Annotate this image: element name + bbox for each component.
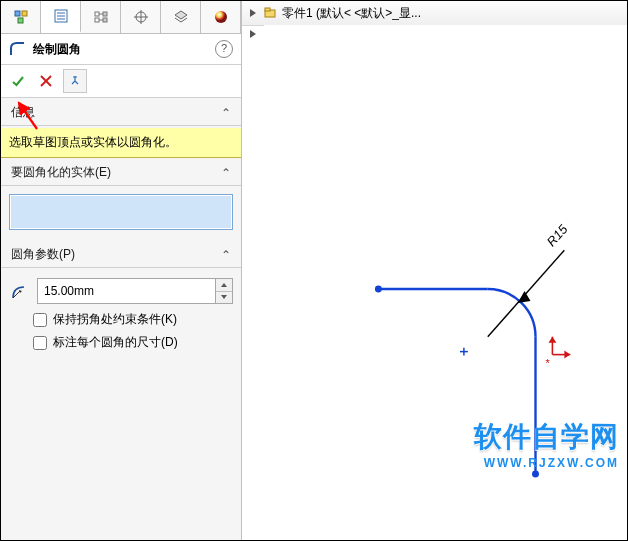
assembly-icon bbox=[13, 9, 29, 25]
sketch-canvas: R15 * bbox=[264, 25, 627, 540]
chevron-up-icon: ⌃ bbox=[221, 248, 231, 262]
divider bbox=[1, 125, 241, 126]
hint-text: 选取草图顶点或实体以圆角化。 bbox=[9, 135, 177, 149]
tree-root-label[interactable]: 零件1 (默认< <默认>_显... bbox=[282, 5, 421, 22]
pm-tab-property-manager[interactable] bbox=[41, 1, 81, 33]
ruler-toggle[interactable] bbox=[248, 29, 258, 39]
tree-expand-toggle[interactable] bbox=[248, 8, 258, 18]
hint-bar: 选取草图顶点或实体以圆角化。 bbox=[1, 128, 241, 158]
pm-tab-strip bbox=[1, 1, 241, 34]
svg-rect-8 bbox=[95, 18, 99, 22]
check-icon bbox=[11, 74, 25, 88]
section-params-head[interactable]: 圆角参数(P) ⌃ bbox=[1, 240, 241, 267]
svg-rect-11 bbox=[103, 12, 107, 16]
pm-tab-dimxpert[interactable] bbox=[121, 1, 161, 33]
radius-spin-up[interactable] bbox=[216, 279, 232, 292]
appearance-sphere-icon bbox=[213, 9, 229, 25]
pm-tab-configuration[interactable] bbox=[81, 1, 121, 33]
dimension-text[interactable]: R15 bbox=[543, 221, 571, 249]
svg-marker-27 bbox=[250, 30, 256, 38]
radius-spin-down[interactable] bbox=[216, 292, 232, 304]
section-entities-label: 要圆角化的实体(E) bbox=[11, 164, 111, 181]
svg-text:*: * bbox=[545, 357, 550, 369]
svg-rect-26 bbox=[265, 8, 270, 11]
triangle-right-icon bbox=[248, 29, 258, 39]
pm-tab-display-manager[interactable] bbox=[161, 1, 201, 33]
keep-constraints-checkbox[interactable] bbox=[33, 313, 47, 327]
section-info-label: 信息 bbox=[11, 104, 35, 121]
pin-button[interactable] bbox=[63, 69, 87, 93]
action-row bbox=[1, 65, 241, 98]
help-icon[interactable]: ? bbox=[215, 40, 233, 58]
property-manager-panel: 绘制圆角 ? 信息 ⌃ 选取草图顶点或实体以圆角化。 bbox=[1, 1, 242, 540]
chevron-up-icon bbox=[220, 282, 228, 288]
sketch-origin-icon: * bbox=[545, 337, 570, 369]
svg-marker-22 bbox=[221, 283, 227, 287]
svg-marker-31 bbox=[548, 337, 556, 343]
part-icon bbox=[262, 5, 278, 21]
sketch-endpoint[interactable] bbox=[532, 470, 539, 477]
svg-rect-0 bbox=[15, 11, 20, 16]
dimension-arrowhead bbox=[518, 291, 531, 303]
fillet-radius-field[interactable] bbox=[37, 278, 233, 304]
section-entities-head[interactable]: 要圆角化的实体(E) ⌃ bbox=[1, 158, 241, 185]
fillet-radius-input[interactable] bbox=[38, 279, 215, 303]
divider bbox=[1, 267, 241, 268]
sketch-fillet-icon bbox=[9, 40, 27, 58]
svg-marker-23 bbox=[221, 295, 227, 299]
close-icon bbox=[40, 75, 52, 87]
constraint-marker-icon bbox=[460, 348, 468, 356]
svg-marker-16 bbox=[175, 11, 187, 19]
ruler-vertical bbox=[242, 25, 265, 540]
dimension-each-checkbox[interactable] bbox=[33, 336, 47, 350]
pm-tab-appearances[interactable] bbox=[201, 1, 241, 33]
chevron-down-icon bbox=[220, 294, 228, 300]
svg-marker-29 bbox=[564, 351, 570, 359]
viewport[interactable]: R15 * 软件自学网 WWW.RJZXW.COM bbox=[264, 25, 627, 540]
property-sheet-icon bbox=[53, 8, 69, 24]
svg-marker-24 bbox=[250, 9, 256, 17]
divider bbox=[1, 185, 241, 186]
pushpin-icon bbox=[69, 75, 81, 87]
flyout-tree-rail: 零件1 (默认< <默认>_显... bbox=[242, 1, 627, 26]
section-info-head[interactable]: 信息 ⌃ bbox=[1, 98, 241, 125]
svg-point-17 bbox=[215, 11, 227, 23]
command-title: 绘制圆角 bbox=[33, 41, 81, 58]
radius-icon bbox=[9, 280, 31, 302]
svg-rect-1 bbox=[22, 11, 27, 16]
chevron-up-icon: ⌃ bbox=[221, 166, 231, 180]
layers-icon bbox=[173, 9, 189, 25]
keep-constraints-label: 保持拐角处约束条件(K) bbox=[53, 311, 177, 328]
section-params-label: 圆角参数(P) bbox=[11, 246, 75, 263]
command-header: 绘制圆角 ? bbox=[1, 34, 241, 65]
target-icon bbox=[133, 9, 149, 25]
svg-rect-2 bbox=[18, 18, 23, 23]
dimension-each-label: 标注每个圆角的尺寸(D) bbox=[53, 334, 178, 351]
chevron-up-icon: ⌃ bbox=[221, 106, 231, 120]
pm-tab-feature-tree[interactable] bbox=[1, 1, 41, 33]
svg-rect-7 bbox=[95, 12, 99, 16]
selection-list[interactable] bbox=[9, 194, 233, 230]
triangle-right-icon bbox=[248, 8, 258, 18]
ok-button[interactable] bbox=[7, 70, 29, 92]
configuration-icon bbox=[93, 9, 109, 25]
graphics-area: 零件1 (默认< <默认>_显... R15 bbox=[242, 1, 627, 540]
svg-rect-12 bbox=[103, 18, 107, 22]
cancel-button[interactable] bbox=[35, 70, 57, 92]
